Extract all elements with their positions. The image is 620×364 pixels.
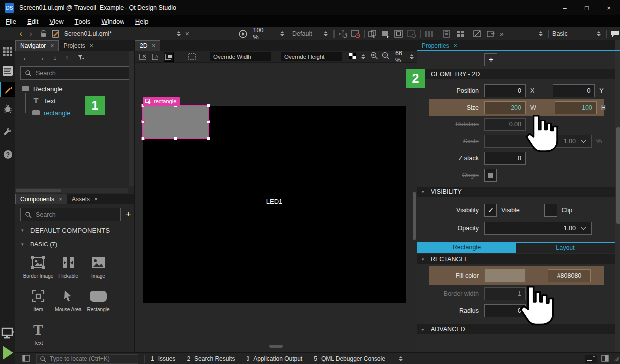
component-mouse-area[interactable]: Mouse Area [53, 289, 83, 312]
fill-color-swatch[interactable] [484, 269, 526, 283]
close-icon[interactable]: × [454, 42, 457, 49]
run-button[interactable] [3, 346, 13, 360]
subtab-rectangle[interactable]: Rectangle [417, 242, 516, 253]
grid-view-icon[interactable] [456, 29, 465, 39]
move-down-icon[interactable]: ↓ [53, 54, 57, 62]
selection-handle[interactable] [174, 137, 177, 140]
output-panes-spinner-icon[interactable] [399, 356, 403, 361]
component-item[interactable]: Item [23, 289, 53, 312]
build-progress-icon[interactable] [585, 355, 597, 363]
output-pane-search-results[interactable]: 2 Search Results [187, 355, 235, 362]
close-file-icon[interactable]: × [185, 30, 189, 38]
canvas-bounds-icon[interactable] [188, 52, 196, 62]
close-icon[interactable]: × [59, 196, 62, 203]
navigator-scrollbar-horizontal[interactable] [15, 188, 128, 193]
maximize-button[interactable]: □ [576, 0, 598, 15]
current-file-name[interactable]: Screen01.ui.qml* [64, 30, 112, 37]
bounding-rect-icon[interactable] [394, 29, 403, 39]
origin-button[interactable] [484, 169, 497, 182]
close-button[interactable]: × [598, 0, 620, 15]
projects-tools-icon[interactable] [0, 124, 15, 139]
add-property-button[interactable]: + [484, 53, 497, 66]
menu-tools[interactable]: Tools [69, 15, 96, 27]
edit-document-icon[interactable] [51, 29, 60, 39]
zstack-field[interactable]: 0 [484, 152, 526, 165]
fill-color-hex-field[interactable]: #808080 [548, 269, 591, 282]
menu-window[interactable]: Window [96, 15, 129, 27]
canvas-scrollbar-horizontal[interactable] [269, 345, 283, 348]
selection-label[interactable]: rectangle [143, 97, 180, 106]
size-h-field[interactable]: 100 [555, 101, 597, 114]
resize-grip-icon[interactable] [613, 355, 619, 363]
canvas-zoom-value[interactable]: 66 % [395, 50, 402, 64]
zoom-in-icon[interactable] [371, 52, 378, 61]
kit-monitor-icon[interactable] [1, 327, 14, 341]
preview-zoom-spinner-icon[interactable] [280, 31, 284, 36]
close-icon[interactable]: × [94, 196, 98, 203]
tree-item-text[interactable]: T Text [15, 95, 134, 107]
selection-handle[interactable] [141, 120, 145, 123]
edit-mode-icon[interactable] [0, 63, 15, 78]
forward-icon[interactable]: › [29, 29, 32, 39]
add-module-button[interactable]: + [123, 209, 134, 220]
kit-spinner-left-icon[interactable] [539, 31, 543, 36]
kit-selector[interactable]: Basic [552, 30, 568, 37]
output-pane-qml-debugger[interactable]: 5 QML Debugger Console [314, 355, 385, 362]
edit-annotation-icon[interactable] [473, 29, 482, 39]
close-icon[interactable]: × [50, 42, 54, 49]
export-icon[interactable] [486, 29, 496, 39]
component-image[interactable]: Image [83, 255, 113, 279]
component-text[interactable]: T Text [23, 322, 53, 346]
debug-mode-icon[interactable] [0, 101, 15, 116]
tab-navigator[interactable]: Navigator × [15, 40, 59, 51]
locator-input[interactable] [50, 355, 135, 362]
lock-icon[interactable] [39, 29, 48, 39]
timeline-icon[interactable] [351, 29, 361, 39]
navigator-scrollbar-vertical[interactable] [129, 51, 134, 186]
canvas-scrollbar-vertical[interactable] [413, 192, 416, 240]
override-height-field[interactable] [281, 52, 342, 61]
output-pane-application-output[interactable]: 3 Application Output [246, 355, 302, 362]
run-preview-icon[interactable] [238, 29, 248, 39]
selection-handle[interactable] [207, 137, 210, 140]
back-icon[interactable]: ‹ [19, 29, 22, 39]
menu-file[interactable]: File [0, 15, 22, 27]
clip-checkbox[interactable] [544, 204, 557, 217]
filter-icon[interactable] [77, 54, 84, 62]
tree-item-rectangle-root[interactable]: Rectangle [15, 83, 134, 95]
scrollbar-thumb[interactable] [616, 127, 620, 224]
tab-components[interactable]: Components × [15, 194, 67, 204]
welcome-mode-icon[interactable] [0, 44, 15, 59]
move-left-icon[interactable]: ← [22, 54, 29, 62]
toggle-left-panel-icon[interactable] [22, 355, 30, 363]
show-all-size-icon[interactable]: A [151, 52, 160, 62]
opacity-dropdown[interactable]: 1.00 [484, 222, 592, 235]
chat-feedback-icon[interactable] [610, 29, 620, 39]
minimize-button[interactable]: – [554, 0, 576, 15]
position-y-field[interactable]: 0 [553, 84, 595, 97]
zoom-out-icon[interactable] [382, 52, 390, 61]
tree-item-rectangle[interactable]: rectangle [15, 107, 134, 119]
component-border-image[interactable]: Border Image [23, 255, 53, 279]
locator[interactable] [36, 354, 138, 364]
canvas-viewport[interactable]: LED1 rectangle [135, 63, 417, 352]
overflow-icon[interactable]: » [500, 30, 504, 38]
position-x-field[interactable]: 0 [484, 84, 526, 97]
section-basic[interactable]: ▾ BASIC (7) [15, 239, 134, 250]
style-spinner-icon[interactable] [324, 31, 328, 36]
preview-zoom-value[interactable]: 100 % [253, 27, 269, 41]
no-size-indicator-icon[interactable] [139, 52, 148, 62]
style-selector[interactable]: Default [292, 30, 312, 37]
rectangle-section-header[interactable]: ▾ RECTANGLE [417, 254, 615, 264]
anchors-icon[interactable] [338, 29, 348, 39]
selection-handle[interactable] [141, 137, 145, 140]
component-star-icon[interactable] [381, 29, 390, 39]
background-color-icon[interactable] [349, 53, 356, 61]
create-component-icon[interactable] [368, 29, 377, 39]
selection-handle[interactable] [207, 120, 210, 123]
tab-assets[interactable]: Assets × [67, 194, 102, 204]
navigator-search-input[interactable] [36, 70, 125, 77]
tab-projects[interactable]: Projects × [59, 40, 97, 51]
show-selected-size-icon[interactable] [164, 52, 174, 62]
section-default-components[interactable]: ▾ DEFAULT COMPONENTS [15, 224, 134, 237]
